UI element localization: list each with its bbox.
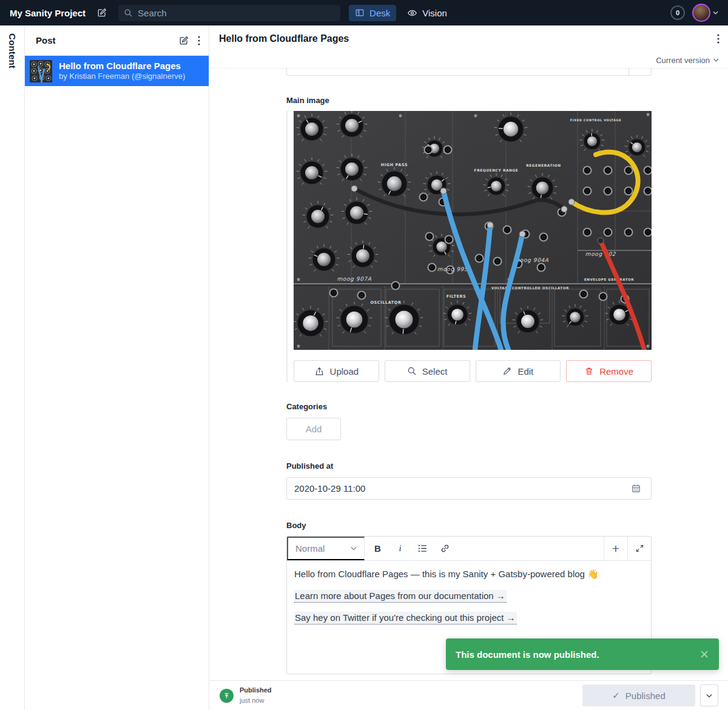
editor-content[interactable]: Hello from Cloudflare Pages — this is my… <box>287 561 651 640</box>
remove-button[interactable]: Remove <box>566 360 652 382</box>
select-button[interactable]: Select <box>385 360 470 382</box>
publish-status-icon <box>220 689 234 703</box>
photo-label: moog 902 <box>585 251 616 257</box>
post-item-title: Hello from Cloudflare Pages <box>59 61 185 72</box>
photo-label: moog 904A <box>514 257 548 263</box>
link-icon <box>440 543 450 554</box>
bold-button[interactable]: B <box>366 537 389 560</box>
dots-vertical-icon <box>198 36 200 45</box>
pane-title: Post <box>36 35 172 45</box>
topbar-right: 0 <box>670 4 718 22</box>
tab-desk[interactable]: Desk <box>349 5 396 21</box>
desk-panels-icon <box>355 8 365 18</box>
pane-menu-button[interactable] <box>195 33 203 48</box>
publish-button[interactable]: ✓ Published <box>582 685 695 706</box>
italic-button[interactable]: i <box>389 537 411 560</box>
pencil-square-icon <box>178 35 189 46</box>
document-menu-button[interactable] <box>715 32 722 46</box>
chevron-down-icon <box>351 546 357 551</box>
style-select-value: Normal <box>295 543 325 554</box>
document-scroll-area[interactable]: Main image <box>210 69 728 680</box>
dots-vertical-icon <box>717 34 720 44</box>
content-rail-label[interactable]: Content <box>7 33 18 69</box>
published-at-input-box <box>286 477 652 500</box>
link-button[interactable] <box>434 537 456 560</box>
document-title: Hello from Cloudflare Pages <box>219 33 715 44</box>
pencil-square-icon <box>96 7 107 18</box>
field-main-image: Main image <box>286 96 652 382</box>
post-item-subtitle: by Kristian Freeman (@signalnerve) <box>59 72 185 81</box>
field-categories: Categories Add <box>286 402 652 440</box>
select-button-label: Select <box>422 366 448 377</box>
trash-icon <box>584 366 594 376</box>
toast-notification: This document is now published. ✕ <box>446 638 719 670</box>
insert-block-button[interactable]: + <box>604 537 627 560</box>
publish-button-label: Published <box>625 691 666 701</box>
notifications-badge[interactable]: 0 <box>670 5 685 20</box>
chevron-down-icon <box>713 11 718 15</box>
user-menu-button[interactable] <box>692 4 718 22</box>
body-link[interactable]: Say hey on Twitter if you're checking ou… <box>294 612 517 625</box>
slug-field-partial[interactable] <box>286 69 652 76</box>
main-image-preview[interactable]: HIGH PASS FREQUENCY RANGE REGENERATION F… <box>294 111 652 350</box>
publish-menu-button[interactable] <box>700 685 718 706</box>
chevron-down-icon <box>706 694 712 698</box>
field-label: Published at <box>286 461 652 471</box>
photo-label: REGENERATION <box>526 164 561 167</box>
tab-vision-label: Vision <box>422 8 447 18</box>
footer-actions: ✓ Published <box>582 685 718 706</box>
post-pane-header: Post <box>25 25 209 56</box>
document-pane: Hello from Cloudflare Pages Current vers… <box>210 25 728 710</box>
body-link[interactable]: Learn more about Pages from our document… <box>294 590 507 603</box>
tab-vision[interactable]: Vision <box>405 5 450 21</box>
publish-status-time: just now <box>240 697 264 704</box>
search-input[interactable] <box>138 8 335 18</box>
edit-button[interactable]: Edit <box>476 360 561 382</box>
field-label: Main image <box>286 96 652 105</box>
upload-button[interactable]: Upload <box>294 360 379 382</box>
editor-toolbar: Normal B i <box>287 537 651 561</box>
photo-label: moog 995 <box>437 266 468 272</box>
version-label[interactable]: Current version <box>656 56 710 65</box>
style-select[interactable]: Normal <box>287 537 365 560</box>
eye-icon <box>407 8 417 18</box>
upload-button-label: Upload <box>330 366 359 377</box>
bullet-list-button[interactable] <box>411 537 434 560</box>
add-category-button[interactable]: Add <box>286 418 341 440</box>
toolbar-end: + <box>604 537 651 560</box>
toast-message: This document is now published. <box>456 649 599 660</box>
new-document-button[interactable] <box>94 5 110 21</box>
format-buttons: B i <box>365 537 456 560</box>
published-at-input[interactable] <box>294 483 624 494</box>
chevron-down-icon <box>713 58 719 62</box>
tab-desk-label: Desk <box>369 8 390 18</box>
fullscreen-button[interactable] <box>627 537 651 560</box>
calendar-button[interactable] <box>629 481 644 496</box>
search-bar[interactable] <box>118 5 340 21</box>
image-buttons: Upload Select <box>294 360 652 382</box>
bullet-list-icon <box>417 544 428 553</box>
photo-label: FREQUENCY RANGE <box>474 169 519 172</box>
photo-label: FIXED CONTROL VOLTAGE <box>570 118 621 122</box>
topbar: My Sanity Project <box>0 0 728 25</box>
list-item-post[interactable]: Hello from Cloudflare Pages by Kristian … <box>25 56 209 86</box>
avatar <box>692 4 710 22</box>
create-post-button[interactable] <box>176 33 192 49</box>
sanity-studio: My Sanity Project <box>0 0 728 710</box>
photo-label: VOLTAGE CONTROLLED OSCILLATOR <box>491 286 569 290</box>
upload-icon <box>314 366 325 377</box>
post-item-meta: Hello from Cloudflare Pages by Kristian … <box>59 61 185 81</box>
expand-icon <box>635 544 644 553</box>
publish-status: Published just now <box>240 686 272 705</box>
edit-button-label: Edit <box>517 366 533 377</box>
check-icon: ✓ <box>612 690 620 701</box>
body-paragraph[interactable]: Hello from Cloudflare Pages — this is my… <box>294 568 644 580</box>
field-label: Categories <box>286 402 652 412</box>
slug-generate-button-partial[interactable] <box>629 69 651 75</box>
content-rail: Content <box>0 25 25 710</box>
photo-label: moog 907A <box>337 276 371 282</box>
remove-button-label: Remove <box>599 366 633 377</box>
image-input-wrap: HIGH PASS FREQUENCY RANGE REGENERATION F… <box>286 111 652 382</box>
search-icon <box>124 8 133 18</box>
close-icon[interactable]: ✕ <box>699 648 709 661</box>
